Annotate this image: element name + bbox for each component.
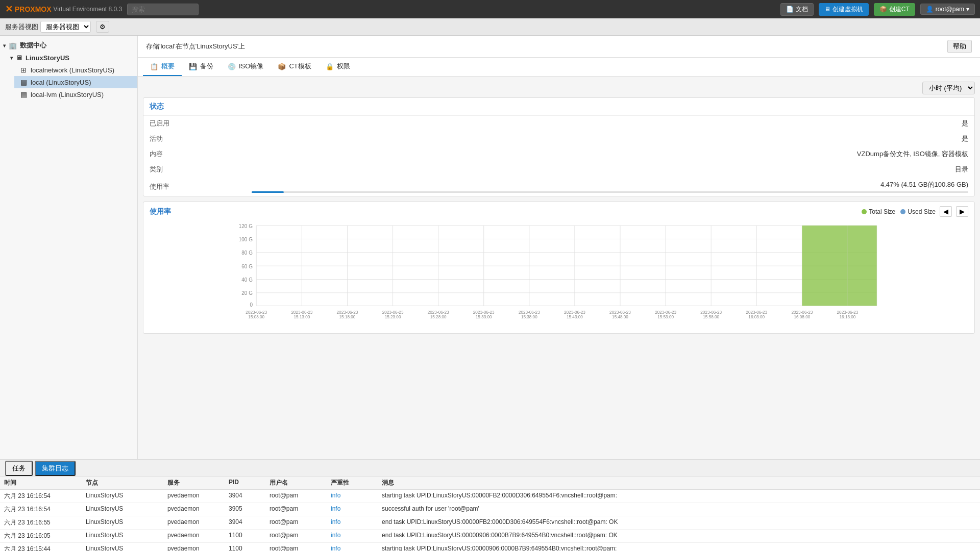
create-vm-button[interactable]: 🖥 创建虚拟机 (819, 3, 869, 16)
log-row[interactable]: 六月 23 16:15:44 LinuxStoryUS pvedaemon 11… (0, 543, 980, 551)
log-time: 六月 23 16:15:44 (0, 543, 82, 551)
breadcrumb: 存储'local'在节点'LinuxStoryUS'上 (146, 42, 245, 51)
server-view-select[interactable]: 服务器视图 (40, 21, 91, 33)
log-pid: 1100 (225, 543, 265, 551)
svg-text:16:08:00: 16:08:00 (794, 315, 810, 319)
total-size-bar (802, 226, 847, 306)
tab-permissions[interactable]: 🔒 权限 (318, 58, 357, 76)
legend-used: Used Size (900, 208, 936, 215)
ct-template-icon: 📦 (278, 63, 286, 70)
enabled-label: 已启用 (143, 116, 246, 131)
status-section: 状态 已启用 是 活动 是 内容 VZDump备份文件, ISO镜像, 容器模板 (143, 97, 975, 196)
permissions-icon: 🔒 (326, 63, 334, 70)
time-range-select[interactable]: 小时 (平均) (922, 82, 975, 94)
log-row[interactable]: 六月 23 16:16:54 LinuxStoryUS pvedaemon 39… (0, 490, 980, 503)
proxmox-label: PROXMOX (15, 5, 52, 13)
type-label: 类别 (143, 162, 246, 177)
tab-tasks[interactable]: 任务 (5, 461, 33, 476)
node-icon: 🖥 (16, 54, 22, 62)
log-row[interactable]: 六月 23 16:16:05 LinuxStoryUS pvedaemon 11… (0, 530, 980, 543)
user-button[interactable]: 👤 root@pam ▾ (920, 4, 975, 15)
col-pid: PID (225, 477, 265, 489)
backup-icon: 💾 (189, 63, 197, 70)
svg-text:15:18:00: 15:18:00 (339, 315, 356, 319)
localnetwork-label: localnetwork (LinuxStoryUS) (31, 66, 114, 74)
log-node: LinuxStoryUS (82, 530, 163, 542)
ve-label: Virtual Environment 8.0.3 (54, 6, 122, 13)
log-user: root@pam (265, 530, 327, 542)
log-time: 六月 23 16:16:54 (0, 503, 82, 516)
locallvm-icon: ▤ (19, 90, 28, 98)
sidebar-sub: ▾ 🖥 LinuxStoryUS ⊞ localnetwork (LinuxSt… (0, 52, 137, 101)
node-label: LinuxStoryUS (26, 54, 69, 62)
log-table-header: 时间 节点 服务 PID 用户名 严重性 消息 (0, 477, 980, 490)
chart-scroll-right[interactable]: ▶ (956, 206, 968, 217)
svg-text:2023-06-23: 2023-06-23 (382, 310, 404, 315)
logo: ✕ PROXMOX Virtual Environment 8.0.3 (5, 4, 122, 15)
svg-text:2023-06-23: 2023-06-23 (246, 310, 267, 315)
log-service: pvedaemon (163, 543, 225, 551)
chart-controls: Total Size Used Size ◀ ▶ (862, 206, 968, 217)
tab-ct[interactable]: 📦 CT模板 (271, 58, 318, 76)
tab-summary[interactable]: 📋 概要 (143, 58, 182, 76)
svg-text:40 G: 40 G (241, 277, 253, 283)
svg-text:20 G: 20 G (241, 290, 253, 296)
log-severity: info (327, 543, 378, 551)
log-user: root@pam (265, 543, 327, 551)
bottom-tabs: 任务 集群日志 (0, 460, 980, 477)
sidebar-item-locallvm[interactable]: ▤ local-lvm (LinuxStoryUS) (14, 88, 137, 101)
node-header[interactable]: ▾ 🖥 LinuxStoryUS (7, 52, 137, 64)
log-message: end task UPID:LinuxStoryUS:00000906:0000… (378, 530, 980, 542)
help-button[interactable]: 帮助 (947, 40, 972, 53)
create-ct-button[interactable]: 📦 创建CT (874, 3, 915, 16)
usage-bar-bg (252, 191, 968, 193)
svg-text:15:53:00: 15:53:00 (657, 315, 674, 319)
localnetwork-icon: ⊞ (19, 66, 28, 74)
chart-scroll-left[interactable]: ◀ (940, 206, 952, 217)
col-service: 服务 (163, 477, 225, 489)
gear-button[interactable]: ⚙ (96, 21, 109, 33)
tab-backup[interactable]: 💾 备份 (182, 58, 220, 76)
doc-icon: 📄 (786, 6, 794, 13)
log-node: LinuxStoryUS (82, 490, 163, 503)
log-message: end task UPID:LinuxStoryUS:00000FB2:0000… (378, 516, 980, 529)
iso-icon: 💿 (228, 63, 236, 70)
doc-button[interactable]: 📄 文档 (780, 3, 814, 16)
svg-text:120 G: 120 G (239, 223, 253, 229)
sidebar-item-local[interactable]: ▤ local (LinuxStoryUS) (14, 76, 137, 88)
tab-iso[interactable]: 💿 ISO镜像 (220, 58, 271, 76)
active-label: 活动 (143, 131, 246, 146)
log-severity: info (327, 530, 378, 542)
log-time: 六月 23 16:16:54 (0, 490, 82, 503)
sidebar-item-localnetwork[interactable]: ⊞ localnetwork (LinuxStoryUS) (14, 64, 137, 76)
col-node: 节点 (82, 477, 163, 489)
col-user: 用户名 (265, 477, 327, 489)
log-pid: 3905 (225, 503, 265, 516)
datacenter-icon: 🏢 (9, 42, 17, 49)
tab-cluster-log[interactable]: 集群日志 (35, 461, 76, 476)
log-time: 六月 23 16:16:55 (0, 516, 82, 529)
server-view-container: 服务器视图 服务器视图 (5, 21, 91, 33)
search-input[interactable] (127, 4, 199, 15)
log-node: LinuxStoryUS (82, 516, 163, 529)
usage-bar-fill (252, 191, 284, 193)
server-view-label: 服务器视图 (5, 22, 38, 32)
status-title: 状态 (143, 98, 974, 116)
svg-text:2023-06-23: 2023-06-23 (655, 310, 676, 315)
main-layout: ▾ 🏢 数据中心 ▾ 🖥 LinuxStoryUS ⊞ localnetwork… (0, 36, 980, 459)
chart-svg: 120 G 100 G 80 G 60 G 40 G 20 G 0 (149, 221, 969, 323)
storage-items: ⊞ localnetwork (LinuxStoryUS) ▤ local (L… (7, 64, 137, 101)
secondbar: 服务器视图 服务器视图 ⚙ (0, 18, 980, 36)
log-row[interactable]: 六月 23 16:16:54 LinuxStoryUS pvedaemon 39… (0, 503, 980, 516)
log-pid: 3904 (225, 490, 265, 503)
log-row[interactable]: 六月 23 16:16:55 LinuxStoryUS pvedaemon 39… (0, 516, 980, 530)
svg-text:0: 0 (250, 302, 253, 308)
datacenter-header[interactable]: ▾ 🏢 数据中心 (0, 39, 137, 52)
content-value: VZDump备份文件, ISO镜像, 容器模板 (246, 146, 974, 162)
status-table: 已启用 是 活动 是 内容 VZDump备份文件, ISO镜像, 容器模板 类别… (143, 116, 974, 196)
svg-text:60 G: 60 G (241, 264, 253, 269)
type-value: 目录 (246, 162, 974, 177)
total-size-label: Total Size (869, 208, 895, 215)
topbar: ✕ PROXMOX Virtual Environment 8.0.3 📄 文档… (0, 0, 980, 18)
proxmox-icon: ✕ (5, 4, 13, 15)
